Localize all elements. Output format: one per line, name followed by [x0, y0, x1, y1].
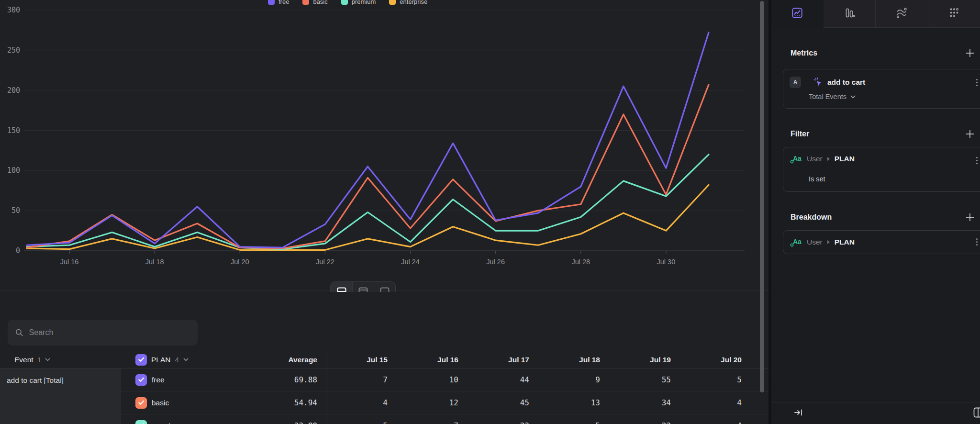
plan-select-all-checkbox[interactable] — [135, 354, 147, 366]
metric-options-menu[interactable] — [973, 77, 980, 88]
metric-card[interactable]: A add to cart Total Events — [783, 69, 980, 109]
legend-item-enterprise[interactable]: enterprise — [389, 0, 427, 5]
date-column-header[interactable]: Jul 17 — [458, 356, 529, 364]
y-axis-tick-label: 150 — [7, 126, 20, 135]
breakdown-property-name[interactable]: PLAN — [835, 238, 855, 246]
row-checkbox-free[interactable] — [135, 374, 147, 386]
x-axis-tick-label: Jul 24 — [401, 258, 420, 266]
side-panel-toggle-button[interactable] — [973, 407, 980, 420]
date-column-header[interactable]: Jul 15 — [327, 356, 388, 364]
x-axis-tick-label: Jul 26 — [486, 258, 505, 266]
legend-label: premium — [352, 0, 376, 5]
breakdown-options-menu[interactable] — [973, 236, 980, 247]
cell-value: 44 — [458, 375, 529, 384]
svg-text:Aa: Aa — [793, 155, 802, 162]
search-input[interactable] — [29, 328, 190, 337]
chevron-right-icon — [827, 156, 830, 161]
vertical-scrollbar[interactable] — [760, 1, 764, 392]
search-box[interactable] — [8, 320, 198, 346]
date-column-headers: Jul 15Jul 16Jul 17Jul 18Jul 19Jul 20 — [327, 356, 742, 364]
cell-value: 4 — [671, 421, 742, 424]
x-axis-tick-label: Jul 28 — [571, 258, 590, 266]
filter-section-heading: Filter — [771, 129, 980, 139]
metrics-section-heading: Metrics — [771, 48, 980, 58]
add-breakdown-button[interactable] — [965, 212, 975, 223]
row-checkbox-premium[interactable] — [135, 420, 147, 424]
table-column-divider — [327, 351, 327, 424]
tab-stream-chart[interactable] — [875, 0, 928, 28]
row-checkbox-basic[interactable] — [135, 397, 147, 409]
cell-value: 5 — [327, 421, 388, 424]
x-axis-tick-label: Jul 18 — [145, 258, 164, 266]
text-property-icon: Aa — [790, 237, 802, 247]
legend-swatch — [341, 0, 348, 5]
legend-item-free[interactable]: free — [268, 0, 289, 5]
chevron-right-icon — [827, 240, 830, 245]
layout-button-split-view[interactable] — [331, 282, 352, 292]
plus-icon — [966, 49, 974, 57]
table-header-row: Event 1 PLAN 4 Average Ju — [0, 351, 768, 368]
table-body: add to cart [Total] free69.88710449555ba… — [0, 368, 768, 424]
measure-label: Total Events — [809, 93, 846, 100]
cell-value: 10 — [388, 375, 458, 384]
tab-line-chart[interactable] — [771, 0, 824, 28]
table-row-free: free69.88710449555 — [121, 368, 768, 391]
x-axis-tick-label: Jul 16 — [60, 258, 79, 266]
chevron-down-icon — [850, 95, 856, 99]
collapse-sidebar-button[interactable] — [794, 408, 803, 419]
layout-button-table-view[interactable] — [374, 282, 395, 292]
plan-header-label: PLAN — [151, 356, 171, 364]
event-header-label: Event — [14, 356, 33, 364]
cell-value: 9 — [529, 375, 600, 384]
cell-value: 4 — [671, 398, 742, 407]
average-value: 54.94 — [225, 398, 317, 407]
plan-column-header[interactable]: PLAN 4 — [121, 354, 211, 366]
svg-text:Aa: Aa — [793, 238, 802, 245]
breakdown-card[interactable]: Aa User PLAN — [783, 230, 980, 254]
event-name-cell[interactable]: add to cart [Total] — [0, 368, 121, 424]
layout-button-chart-view[interactable] — [352, 282, 374, 292]
series-line-free — [27, 33, 709, 247]
date-column-header[interactable]: Jul 16 — [388, 356, 458, 364]
date-column-header[interactable]: Jul 19 — [600, 356, 671, 364]
tab-more-charts[interactable] — [928, 0, 980, 28]
tab-bar-chart[interactable] — [824, 0, 876, 28]
metric-letter-badge: A — [790, 77, 801, 88]
legend-label: free — [278, 0, 289, 5]
legend-swatch — [389, 0, 396, 5]
date-column-header[interactable]: Jul 18 — [529, 356, 600, 364]
filter-property-row: Aa User PLAN — [783, 147, 980, 170]
y-axis-tick-label: 200 — [7, 86, 20, 95]
breakdown-property-row: Aa User PLAN — [783, 231, 980, 254]
x-axis-tick-label: Jul 30 — [657, 258, 676, 266]
add-metric-button[interactable] — [965, 48, 975, 58]
filter-options-menu[interactable] — [973, 155, 980, 166]
arrow-to-line-icon — [794, 408, 803, 417]
add-filter-button[interactable] — [965, 129, 975, 139]
text-property-icon: Aa — [790, 154, 802, 164]
breakdown-scope-label: User — [807, 238, 823, 246]
line-chart-icon — [791, 7, 803, 21]
legend-item-basic[interactable]: basic — [302, 0, 327, 5]
line-chart: 050100150200250300Jul 16Jul 18Jul 20Jul … — [0, 0, 764, 292]
average-column-header[interactable]: Average — [211, 356, 317, 364]
check-icon — [138, 357, 145, 362]
event-column-header[interactable]: Event 1 — [14, 356, 121, 364]
cell-value: 7 — [327, 375, 388, 384]
metric-measure-row[interactable]: Total Events — [783, 88, 980, 108]
cell-value: 13 — [529, 398, 600, 407]
table-row-premium: premium33.8857235234 — [121, 414, 768, 424]
cell-value: 12 — [388, 398, 458, 407]
filter-property-name[interactable]: PLAN — [835, 155, 855, 163]
metric-event-name[interactable]: add to cart — [827, 78, 865, 87]
sidebar-footer — [771, 402, 980, 424]
legend-item-premium[interactable]: premium — [341, 0, 376, 5]
chevron-down-icon — [183, 358, 189, 361]
filter-operator-row[interactable]: Is set — [783, 170, 980, 191]
y-axis-tick-label: 50 — [11, 206, 20, 215]
x-axis-tick-label: Jul 20 — [231, 258, 249, 266]
legend-swatch — [268, 0, 275, 5]
date-column-header[interactable]: Jul 20 — [671, 356, 742, 364]
metrics-title: Metrics — [791, 49, 817, 57]
filter-card[interactable]: Aa User PLAN Is set — [783, 147, 980, 192]
